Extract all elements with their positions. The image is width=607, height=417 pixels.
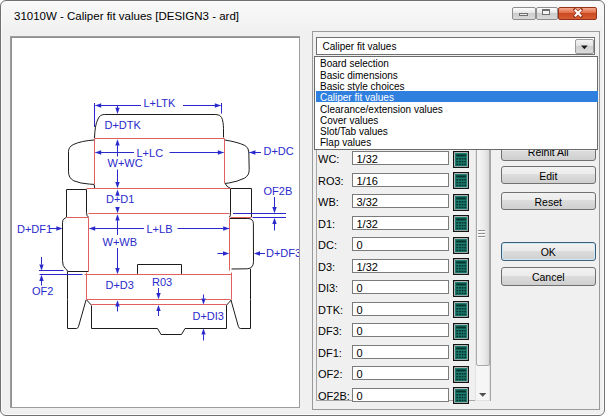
svg-text:D+D3: D+D3	[106, 279, 134, 291]
svg-text:R03: R03	[152, 276, 172, 288]
svg-text:W+WC: W+WC	[108, 157, 143, 169]
svg-text:L+LTK: L+LTK	[144, 97, 177, 109]
svg-text:W+WB: W+WB	[103, 236, 138, 248]
svg-text:D+DTK: D+DTK	[105, 119, 142, 131]
svg-text:D+D1: D+D1	[106, 193, 134, 205]
svg-text:D+DC: D+DC	[264, 145, 294, 157]
svg-text:D+DF1: D+DF1	[17, 223, 52, 235]
svg-text:L+LB: L+LB	[147, 223, 173, 235]
svg-text:OF2: OF2	[32, 285, 53, 297]
svg-text:D+DI3: D+DI3	[193, 310, 225, 322]
svg-text:OF2B: OF2B	[264, 185, 293, 197]
svg-text:D+DF3: D+DF3	[266, 247, 299, 259]
